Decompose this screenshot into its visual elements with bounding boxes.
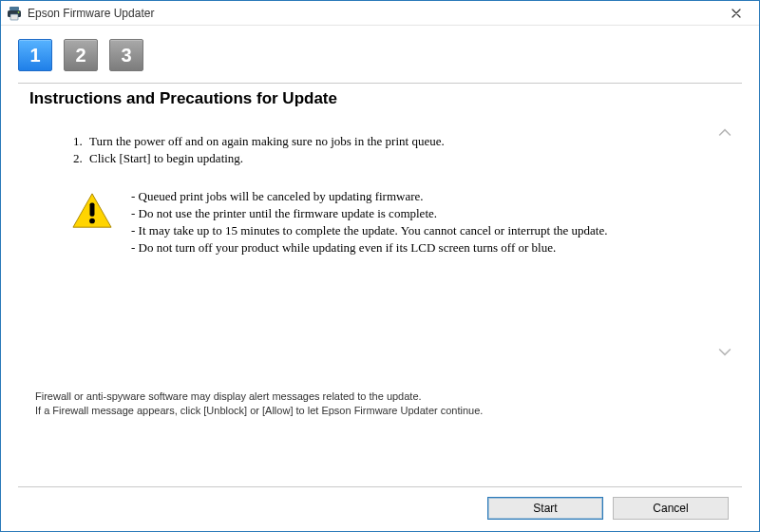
svg-point-3 — [18, 11, 20, 13]
warning-block: - Queued print jobs will be canceled by … — [70, 189, 712, 257]
scroll-down-icon[interactable] — [718, 345, 732, 360]
instruction-list: Turn the power off and on again making s… — [51, 134, 712, 166]
divider-top — [18, 83, 742, 84]
warning-icon — [70, 191, 114, 231]
window-title: Epson Firmware Updater — [28, 7, 717, 20]
printer-icon — [7, 6, 22, 21]
svg-rect-0 — [10, 7, 19, 10]
step-1: 1 — [18, 39, 52, 71]
instruction-item: Turn the power off and on again making s… — [86, 134, 712, 149]
footer: Start Cancel — [18, 486, 742, 531]
footnote-line: Firewall or anti-spyware software may di… — [35, 390, 742, 404]
firmware-updater-window: Epson Firmware Updater 1 2 3 Instruction… — [0, 0, 760, 532]
page-title: Instructions and Precautions for Update — [29, 89, 742, 108]
instruction-item: Click [Start] to begin updating. — [86, 151, 712, 166]
svg-rect-2 — [10, 14, 18, 20]
warning-line: - It may take up to 15 minutes to comple… — [131, 223, 607, 238]
warning-line: - Do not turn off your product while upd… — [131, 240, 607, 256]
footnote: Firewall or anti-spyware software may di… — [35, 390, 742, 418]
close-button[interactable] — [717, 2, 755, 25]
svg-rect-4 — [90, 202, 95, 216]
content-area: 1 2 3 Instructions and Precautions for U… — [1, 26, 759, 531]
warning-line: - Do not use the printer until the firmw… — [131, 206, 607, 221]
cancel-button[interactable]: Cancel — [613, 497, 729, 520]
svg-point-5 — [89, 218, 95, 224]
scroll-up-icon[interactable] — [718, 124, 732, 140]
step-2: 2 — [64, 39, 98, 71]
instructions-panel: Turn the power off and on again making s… — [35, 118, 736, 367]
button-row: Start Cancel — [18, 487, 742, 531]
footnote-line: If a Firewall message appears, click [Un… — [35, 404, 742, 418]
start-button[interactable]: Start — [487, 497, 603, 520]
step-3: 3 — [109, 39, 143, 71]
step-indicator: 1 2 3 — [18, 35, 742, 83]
warning-line: - Queued print jobs will be canceled by … — [131, 189, 607, 204]
warning-text: - Queued print jobs will be canceled by … — [131, 189, 607, 257]
titlebar: Epson Firmware Updater — [1, 1, 759, 26]
